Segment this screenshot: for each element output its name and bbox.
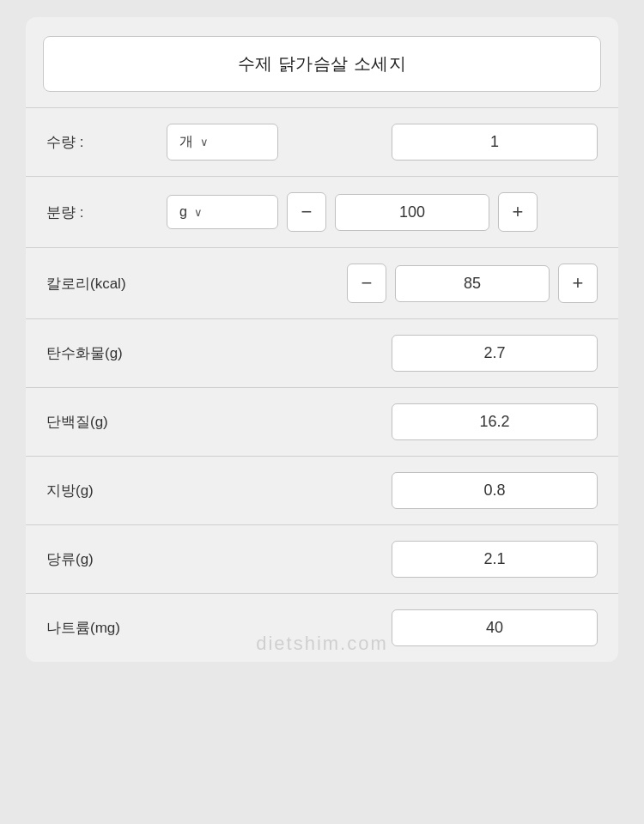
sugar-row: 당류(g) 2.1	[26, 524, 618, 593]
quantity-controls: 개 ∨ 1	[167, 124, 598, 161]
protein-value-box: 16.2	[392, 403, 598, 440]
calorie-decrement-button[interactable]: −	[347, 264, 386, 303]
portion-unit-select[interactable]: g ∨	[167, 195, 278, 229]
calorie-row: 칼로리(kcal) − 85 +	[26, 247, 618, 318]
fat-row: 지방(g) 0.8	[26, 456, 618, 524]
portion-chevron-icon: ∨	[194, 206, 203, 219]
protein-value: 16.2	[479, 413, 509, 430]
calorie-minus-icon: −	[361, 272, 373, 294]
sugar-value-box: 2.1	[392, 541, 598, 578]
quantity-row: 수량 : 개 ∨ 1	[26, 107, 618, 176]
calorie-controls: − 85 +	[167, 264, 598, 303]
sodium-label: 나트륨(mg)	[46, 618, 167, 638]
food-detail-card: 수제 닭가슴살 소세지 수량 : 개 ∨ 1 분량 : g ∨ −	[26, 17, 618, 662]
sodium-value-box: 40	[392, 609, 598, 646]
sodium-row: 나트륨(mg) 40 dietshim.com	[26, 593, 618, 662]
quantity-value: 1	[490, 133, 499, 150]
carbs-label: 탄수화물(g)	[46, 343, 167, 363]
portion-row: 분량 : g ∨ − 100 +	[26, 176, 618, 247]
quantity-unit-select[interactable]: 개 ∨	[167, 124, 278, 161]
portion-value: 100	[399, 203, 425, 221]
calorie-plus-icon: +	[573, 272, 584, 294]
portion-increment-button[interactable]: +	[498, 192, 538, 232]
sodium-controls: 40	[167, 609, 598, 646]
minus-icon: −	[301, 201, 313, 223]
fat-controls: 0.8	[167, 472, 598, 509]
food-title: 수제 닭가슴살 소세지	[238, 54, 407, 73]
sugar-controls: 2.1	[167, 541, 598, 578]
quantity-unit-label: 개	[179, 133, 193, 151]
calorie-increment-button[interactable]: +	[558, 264, 598, 303]
sodium-value: 40	[486, 619, 503, 636]
carbs-controls: 2.7	[167, 335, 598, 372]
plus-icon: +	[513, 201, 524, 223]
portion-decrement-button[interactable]: −	[287, 192, 326, 232]
portion-value-box[interactable]: 100	[335, 194, 489, 231]
sugar-value: 2.1	[483, 550, 505, 567]
title-bar: 수제 닭가슴살 소세지	[43, 36, 601, 92]
carbs-row: 탄수화물(g) 2.7	[26, 318, 618, 387]
portion-unit-label: g	[179, 204, 187, 220]
sugar-label: 당류(g)	[46, 549, 167, 569]
carbs-value-box: 2.7	[392, 335, 598, 372]
carbs-value: 2.7	[483, 344, 505, 361]
protein-row: 단백질(g) 16.2	[26, 387, 618, 456]
protein-label: 단백질(g)	[46, 412, 167, 432]
calorie-label: 칼로리(kcal)	[46, 274, 167, 294]
quantity-value-box[interactable]: 1	[392, 124, 598, 161]
portion-controls: g ∨ − 100 +	[167, 192, 598, 232]
protein-controls: 16.2	[167, 403, 598, 440]
quantity-chevron-icon: ∨	[200, 136, 209, 148]
quantity-label: 수량 :	[46, 132, 167, 152]
fat-value-box: 0.8	[392, 472, 598, 509]
fat-value: 0.8	[483, 482, 505, 499]
calorie-value: 85	[464, 275, 481, 292]
calorie-value-box[interactable]: 85	[395, 265, 550, 302]
portion-label: 분량 :	[46, 203, 167, 222]
fat-label: 지방(g)	[46, 481, 167, 500]
